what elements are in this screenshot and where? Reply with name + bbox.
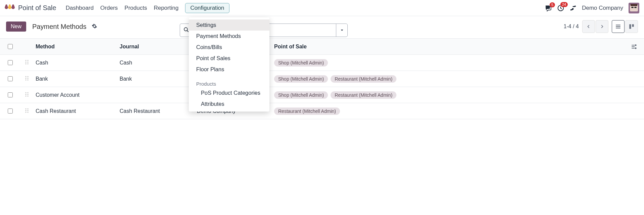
activities-icon[interactable]: 24 [557, 4, 564, 12]
app-logo [5, 4, 15, 12]
nav-dashboard[interactable]: Dashboard [66, 3, 93, 13]
cell-pos: Shop (Mitchell Admin)Restaurant (Mitchel… [272, 89, 507, 101]
svg-point-31 [27, 92, 28, 93]
svg-point-39 [27, 110, 28, 111]
nav-orders[interactable]: Orders [100, 3, 118, 13]
dd-settings[interactable]: Settings [189, 19, 269, 31]
debug-icon[interactable] [570, 5, 576, 11]
pos-tag[interactable]: Shop (Mitchell Admin) [274, 59, 328, 67]
svg-point-24 [25, 76, 26, 77]
dd-point-of-sales[interactable]: Point of Sales [189, 53, 269, 64]
svg-point-25 [27, 76, 28, 77]
dd-pos-product-categories[interactable]: PoS Product Categories [189, 87, 269, 98]
cell-method: Cash Restaurant [34, 105, 118, 117]
svg-point-27 [27, 78, 28, 79]
search-options-toggle[interactable] [336, 24, 347, 37]
pager: 1-4 / 4 [564, 20, 638, 33]
cell-pos: Shop (Mitchell Admin)Restaurant (Mitchel… [272, 73, 507, 85]
dd-attributes[interactable]: Attributes [189, 98, 269, 110]
table-row[interactable]: Cash Cash Shop (Mitchell Admin) [0, 55, 644, 71]
svg-point-19 [27, 60, 28, 61]
table-row[interactable]: Bank Bank Shop (Mitchell Admin)Restauran… [0, 71, 644, 87]
svg-point-37 [27, 108, 28, 109]
svg-point-22 [25, 63, 26, 64]
activities-badge: 24 [560, 2, 568, 7]
table-row[interactable]: Customer Account Shop (Mitchell Admin)Re… [0, 87, 644, 103]
select-all-checkbox[interactable] [8, 44, 13, 49]
svg-point-34 [25, 95, 26, 96]
nav-products[interactable]: Products [125, 3, 147, 13]
dd-coins-bills[interactable]: Coins/Bills [189, 42, 269, 53]
col-pos[interactable]: Point of Sale [272, 41, 507, 52]
row-checkbox[interactable] [8, 76, 13, 81]
svg-point-18 [25, 60, 26, 61]
view-list-button[interactable] [612, 20, 625, 33]
company-switcher[interactable]: Demo Company [582, 5, 623, 11]
page-title: Payment Methods [32, 23, 86, 31]
new-button[interactable]: New [6, 22, 26, 32]
pager-prev[interactable] [582, 20, 595, 33]
payment-methods-table: Method Journal Point of Sale Cash Cash S… [0, 38, 644, 119]
dd-floor-plans[interactable]: Floor Plans [189, 64, 269, 75]
pos-tag[interactable]: Restaurant (Mitchell Admin) [331, 91, 396, 99]
cell-journal: Bank [118, 73, 195, 85]
drag-handle-icon[interactable] [20, 57, 34, 69]
messages-badge: 5 [550, 2, 555, 7]
cell-method: Cash [34, 57, 118, 69]
table-header: Method Journal Point of Sale [0, 39, 644, 55]
svg-rect-3 [631, 7, 634, 8]
pos-tag[interactable]: Shop (Mitchell Admin) [274, 91, 328, 99]
configuration-dropdown: Settings Payment Methods Coins/Bills Poi… [189, 17, 269, 112]
row-checkbox[interactable] [8, 92, 13, 97]
cell-journal: Cash [118, 57, 195, 69]
row-checkbox[interactable] [8, 60, 13, 65]
app-title[interactable]: Point of Sale [18, 4, 56, 12]
svg-point-26 [25, 78, 26, 79]
drag-handle-icon[interactable] [20, 105, 34, 117]
svg-point-41 [27, 112, 28, 113]
svg-rect-9 [629, 24, 631, 29]
svg-rect-10 [632, 24, 634, 27]
gear-icon[interactable] [92, 24, 97, 30]
cell-method: Customer Account [34, 89, 118, 101]
pos-tag[interactable]: Restaurant (Mitchell Admin) [331, 75, 396, 83]
svg-point-17 [635, 48, 636, 49]
view-kanban-button[interactable] [625, 20, 638, 33]
drag-handle-icon[interactable] [20, 73, 34, 85]
col-journal[interactable]: Journal [118, 41, 195, 52]
svg-point-33 [27, 94, 28, 95]
row-checkbox[interactable] [8, 109, 13, 114]
pos-tag[interactable]: Shop (Mitchell Admin) [274, 75, 328, 83]
svg-point-30 [25, 92, 26, 93]
svg-point-32 [25, 94, 26, 95]
nav-configuration[interactable]: Configuration [185, 3, 229, 13]
svg-rect-5 [631, 4, 637, 6]
svg-point-11 [184, 28, 187, 31]
nav-items: Dashboard Orders Products Reporting Conf… [66, 3, 544, 13]
svg-point-21 [27, 61, 28, 62]
drag-handle-icon[interactable] [20, 89, 34, 101]
cell-method: Bank [34, 73, 118, 85]
svg-point-23 [27, 63, 28, 64]
pager-text[interactable]: 1-4 / 4 [564, 24, 579, 30]
svg-point-20 [25, 61, 26, 62]
table-row[interactable]: Cash Restaurant Cash Restaurant Demo Com… [0, 103, 644, 119]
svg-point-38 [25, 110, 26, 111]
svg-rect-4 [634, 7, 637, 8]
col-method[interactable]: Method [34, 41, 118, 52]
nav-right: 5 24 Demo Company [544, 3, 639, 13]
dd-heading-products: Products [189, 78, 269, 87]
pager-next[interactable] [596, 20, 608, 33]
optional-columns-icon[interactable] [624, 41, 644, 52]
messages-icon[interactable]: 5 [544, 5, 552, 11]
nav-reporting[interactable]: Reporting [154, 3, 179, 13]
avatar[interactable] [629, 3, 639, 13]
svg-point-28 [25, 79, 26, 80]
svg-point-29 [27, 79, 28, 80]
svg-line-12 [187, 31, 188, 32]
dd-payment-methods[interactable]: Payment Methods [189, 31, 269, 42]
cell-pos: Restaurant (Mitchell Admin) [272, 105, 507, 118]
cell-pos: Shop (Mitchell Admin) [272, 56, 507, 69]
cell-journal [118, 92, 195, 98]
pos-tag[interactable]: Restaurant (Mitchell Admin) [274, 108, 340, 115]
